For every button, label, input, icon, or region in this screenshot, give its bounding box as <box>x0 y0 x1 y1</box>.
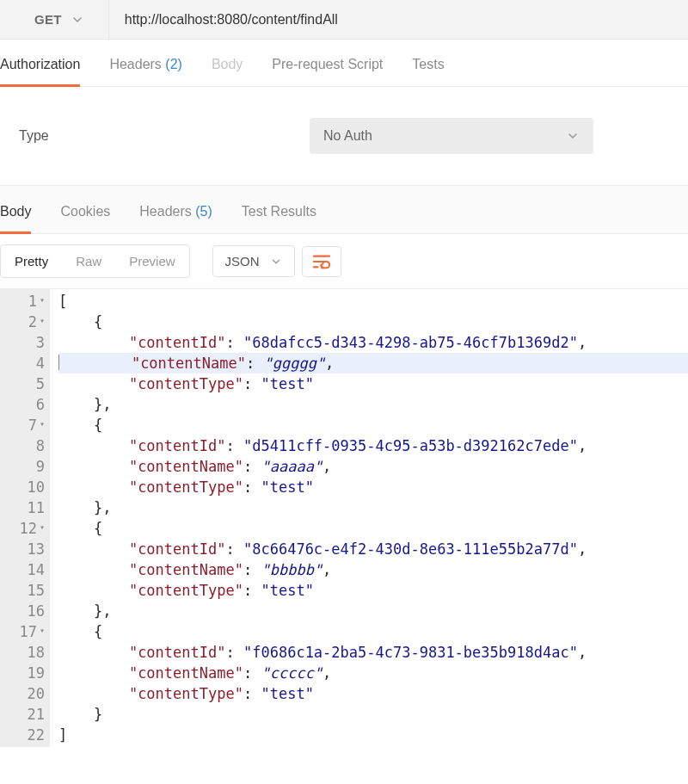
response-tabs: Body Cookies Headers (5) Test Results <box>0 186 688 233</box>
auth-type-label: Type <box>19 128 310 144</box>
response-body-toolbar: Pretty Raw Preview JSON <box>0 234 688 289</box>
line-number: 20 <box>0 683 45 704</box>
line-number: 15 <box>0 580 45 601</box>
line-number: 12 <box>0 518 45 539</box>
code-line[interactable]: "contentId": "f0686c1a-2ba5-4c73-9831-be… <box>58 642 688 663</box>
response-tabs-wrap: Body Cookies Headers (5) Test Results <box>0 186 688 234</box>
auth-type-dropdown[interactable]: No Auth <box>310 118 593 154</box>
authorization-panel: Type No Auth <box>0 87 688 186</box>
line-number: 16 <box>0 601 45 621</box>
code-line[interactable]: }, <box>58 394 688 415</box>
code-line[interactable]: }, <box>58 497 688 518</box>
line-number: 9 <box>0 456 45 477</box>
auth-type-value: No Auth <box>323 128 372 144</box>
chevron-down-icon <box>270 256 282 268</box>
format-value: JSON <box>225 254 260 269</box>
line-number: 2 <box>0 312 45 332</box>
code-line[interactable]: "contentId": "8c66476c-e4f2-430d-8e63-11… <box>58 539 688 559</box>
code-line[interactable]: "contentId": "d5411cff-0935-4c95-a53b-d3… <box>58 435 688 456</box>
line-number: 8 <box>0 435 45 456</box>
code-line[interactable]: "contentType": "test" <box>58 683 688 704</box>
code-line[interactable]: [ <box>58 291 688 312</box>
request-url-input[interactable] <box>109 0 688 39</box>
code-line[interactable]: "contentName": "bbbbb", <box>58 559 688 580</box>
chevron-down-icon <box>71 13 84 27</box>
code-line[interactable]: } <box>58 704 688 725</box>
resp-tab-headers[interactable]: Headers (5) <box>139 190 212 234</box>
tab-tests[interactable]: Tests <box>412 43 444 87</box>
line-number: 4 <box>0 353 45 373</box>
format-dropdown[interactable]: JSON <box>212 245 295 277</box>
line-number: 3 <box>0 332 45 353</box>
line-number: 18 <box>0 642 45 663</box>
view-mode-preview[interactable]: Preview <box>115 245 188 277</box>
line-number: 10 <box>0 477 45 497</box>
view-mode-segmented: Pretty Raw Preview <box>0 244 190 278</box>
tab-pre-request-script[interactable]: Pre-request Script <box>272 43 383 87</box>
line-number: 1 <box>0 291 45 312</box>
http-method-label: GET <box>34 12 62 27</box>
resp-tab-cookies[interactable]: Cookies <box>60 190 110 234</box>
line-wrap-button[interactable] <box>302 246 341 277</box>
code-line[interactable]: { <box>58 312 688 332</box>
view-mode-pretty[interactable]: Pretty <box>1 245 62 277</box>
line-number: 14 <box>0 559 45 580</box>
view-mode-raw[interactable]: Raw <box>62 245 115 277</box>
tab-headers-label: Headers <box>109 57 161 71</box>
line-number: 19 <box>0 663 45 683</box>
editor-gutter: 12345678910111213141516171819202122 <box>0 289 50 747</box>
tab-body[interactable]: Body <box>212 43 243 87</box>
code-line[interactable]: "contentName": "ggggg", <box>58 353 688 373</box>
line-number: 22 <box>0 725 45 745</box>
tab-authorization[interactable]: Authorization <box>0 43 80 87</box>
line-number: 13 <box>0 539 45 559</box>
http-method-dropdown[interactable]: GET <box>0 0 109 39</box>
line-number: 7 <box>0 415 45 435</box>
code-line[interactable]: }, <box>58 601 688 621</box>
request-tabs: Authorization Headers (2) Body Pre-reque… <box>0 40 688 87</box>
code-line[interactable]: "contentType": "test" <box>58 580 688 601</box>
resp-tab-headers-count: (5) <box>195 204 212 219</box>
line-number: 5 <box>0 373 45 394</box>
line-wrap-icon <box>312 253 331 270</box>
code-line[interactable]: ] <box>58 725 688 745</box>
resp-tab-test-results[interactable]: Test Results <box>242 190 316 234</box>
code-line[interactable]: { <box>58 518 688 539</box>
chevron-down-icon <box>566 129 580 143</box>
resp-tab-headers-label: Headers <box>139 204 191 219</box>
code-line[interactable]: "contentName": "aaaaa", <box>58 456 688 477</box>
line-number: 11 <box>0 497 45 518</box>
tab-headers[interactable]: Headers (2) <box>109 43 182 87</box>
code-line[interactable]: { <box>58 415 688 435</box>
tab-headers-count: (2) <box>165 57 182 71</box>
code-line[interactable]: "contentName": "ccccc", <box>58 663 688 683</box>
line-number: 17 <box>0 621 45 642</box>
code-line[interactable]: "contentType": "test" <box>58 477 688 497</box>
resp-tab-body[interactable]: Body <box>0 190 31 234</box>
editor-code[interactable]: [ { "contentId": "68dafcc5-d343-4298-ab7… <box>50 289 688 747</box>
line-number: 21 <box>0 704 45 725</box>
line-number: 6 <box>0 394 45 415</box>
code-line[interactable]: "contentId": "68dafcc5-d343-4298-ab75-46… <box>58 332 688 353</box>
code-line[interactable]: { <box>58 621 688 642</box>
code-line[interactable]: "contentType": "test" <box>58 373 688 394</box>
response-editor[interactable]: 12345678910111213141516171819202122 [ { … <box>0 289 688 747</box>
request-row: GET <box>0 0 688 40</box>
